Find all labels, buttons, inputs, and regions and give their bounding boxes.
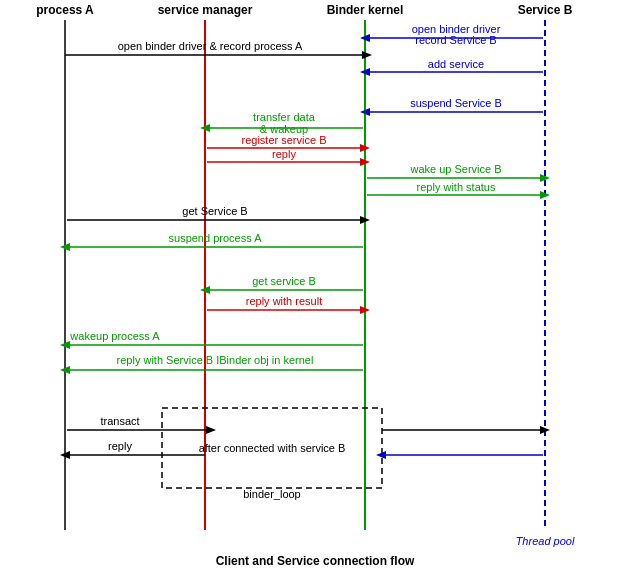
diagram-caption: Client and Service connection flow xyxy=(216,554,415,568)
msg-suspend-processA: suspend process A xyxy=(169,232,263,244)
binder-loop-label: binder_loop xyxy=(243,488,301,500)
msg-register-serviceB: register service B xyxy=(242,134,327,146)
msg-transact: transact xyxy=(100,415,139,427)
thread-pool-label: Thread pool xyxy=(516,535,575,547)
msg-wake-serviceB: wake up Service B xyxy=(409,163,501,175)
svg-marker-36 xyxy=(206,426,216,434)
svg-marker-5 xyxy=(362,51,372,59)
msg-reply-ibinder: reply with Service B IBinder obj in kern… xyxy=(117,354,314,366)
msg-reply-status: reply with status xyxy=(417,181,496,193)
actor-binderKernel: Binder kernel xyxy=(327,3,404,17)
actor-serviceManager: service manager xyxy=(158,3,253,17)
msg-open-binder: open binder driver & record process A xyxy=(118,40,303,52)
actor-processA: process A xyxy=(36,3,94,17)
msg-record-serviceB: record Service B xyxy=(415,34,496,46)
diagram-svg: process A service manager Binder kernel … xyxy=(0,0,630,569)
msg-reply-sm: reply xyxy=(272,148,296,160)
msg-reply-pa: reply xyxy=(108,440,132,452)
msg-get-serviceB: get Service B xyxy=(182,205,247,217)
svg-marker-42 xyxy=(376,451,386,459)
msg-transfer-data: transfer data xyxy=(253,111,316,123)
sequence-diagram: process A service manager Binder kernel … xyxy=(0,0,630,569)
msg-get-serviceB-sm: get service B xyxy=(252,275,316,287)
msg-wakeup-processA: wakeup process A xyxy=(69,330,160,342)
box-label: after connected with service B xyxy=(199,442,346,454)
actor-serviceB: Service B xyxy=(518,3,573,17)
msg-suspend-serviceB: suspend Service B xyxy=(410,97,502,109)
msg-add-service: add service xyxy=(428,58,484,70)
msg-reply-result: reply with result xyxy=(246,295,322,307)
